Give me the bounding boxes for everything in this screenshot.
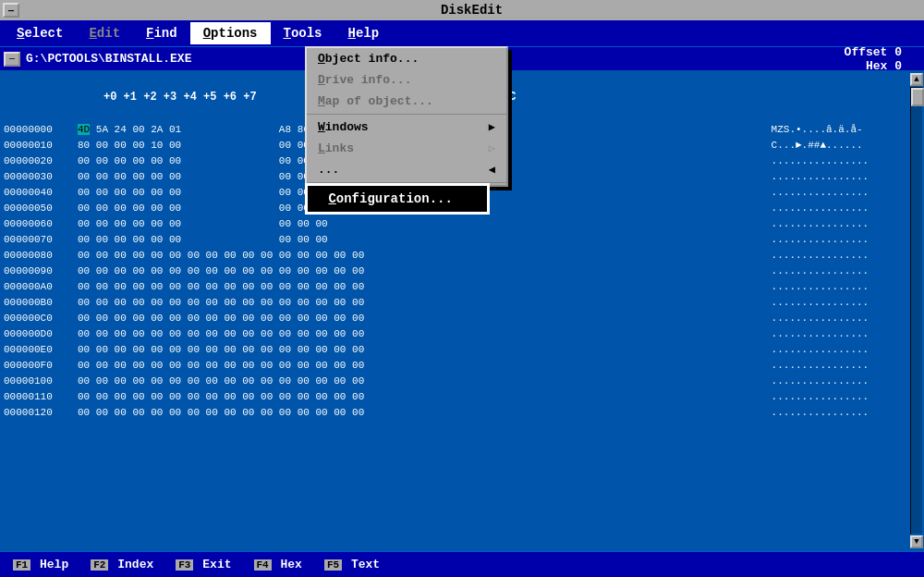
status-index[interactable]: F2 Index: [81, 556, 163, 573]
status-hex[interactable]: F4 Hex: [245, 556, 311, 573]
hex-row: 000000B0 00 00 00 00 00 00 00 00 00 00 0…: [4, 295, 906, 311]
menu-select[interactable]: Select: [4, 22, 76, 44]
hex-row: 00000070 00 00 00 00 00 00 00 00 00 ....…: [4, 232, 906, 248]
system-button[interactable]: —: [3, 3, 19, 18]
scroll-down-arrow[interactable]: ▼: [910, 535, 923, 548]
scrollbar[interactable]: ▲ ▼: [909, 70, 924, 551]
scroll-up-arrow[interactable]: ▲: [910, 73, 923, 86]
app-title: DiskEdit: [19, 3, 924, 18]
status-bar: F1 Help F2 Index F3 Exit F4 Hex F5 Text: [0, 551, 924, 577]
hex-row: 00000080 00 00 00 00 00 00 00 00 00 00 0…: [4, 248, 906, 264]
configuration-submenu[interactable]: Configuration...: [305, 183, 490, 215]
status-index-label: Index: [117, 558, 153, 571]
configuration-item[interactable]: Configuration...: [308, 186, 487, 212]
fkey-f3: F3: [176, 559, 193, 571]
dropdown-links: Links ▷: [307, 138, 506, 159]
hex-row: 000000D0 00 00 00 00 00 00 00 00 00 00 0…: [4, 326, 906, 342]
menu-help[interactable]: Help: [335, 22, 393, 44]
dropdown-drive-info: Drive info...: [307, 69, 506, 91]
status-hex-label: Hex: [281, 558, 302, 571]
file-path: G:\PCTOOLS\BINSTALL.EXE: [26, 52, 191, 66]
menu-tools[interactable]: Tools: [271, 22, 335, 44]
dropdown-object-info[interactable]: Object info...: [307, 48, 506, 69]
address-sys-button[interactable]: —: [4, 52, 20, 67]
fkey-f1: F1: [13, 559, 30, 571]
menu-bar: Select Edit Find Options Tools Help: [0, 20, 924, 46]
status-help[interactable]: F1 Help: [4, 556, 78, 573]
menu-options[interactable]: Options: [190, 22, 271, 44]
hex-row: 000000E0 00 00 00 00 00 00 00 00 00 00 0…: [4, 342, 906, 358]
options-dropdown[interactable]: Object info... Drive info... Map of obje…: [305, 46, 508, 187]
dropdown-divider-1: [307, 114, 506, 115]
fkey-f2: F2: [91, 559, 108, 571]
hex-row: 00000060 00 00 00 00 00 00 00 00 00 ....…: [4, 216, 906, 232]
status-help-label: Help: [40, 558, 68, 571]
hex-row: 000000F0 00 00 00 00 00 00 00 00 00 00 0…: [4, 358, 906, 374]
menu-edit[interactable]: Edit: [76, 22, 133, 44]
fkey-f4: F4: [254, 559, 272, 571]
hex-row: 00000110 00 00 00 00 00 00 00 00 00 00 0…: [4, 389, 906, 405]
hex-row: 00000120 00 00 00 00 00 00 00 00 00 00 0…: [4, 405, 906, 421]
hex-row: 000000C0 00 00 00 00 00 00 00 00 00 00 0…: [4, 311, 906, 326]
hex-row: 00000090 00 00 00 00 00 00 00 00 00 00 0…: [4, 264, 906, 279]
scroll-thumb[interactable]: [911, 88, 924, 106]
title-bar: — DiskEdit: [0, 0, 924, 20]
hex-row: 00000100 00 00 00 00 00 00 00 00 00 00 0…: [4, 374, 906, 389]
dropdown-windows[interactable]: Windows ▶: [307, 117, 506, 138]
dropdown-map-of-object: Map of object...: [307, 91, 506, 112]
status-text[interactable]: F5 Text: [315, 556, 389, 573]
status-exit[interactable]: F3 Exit: [166, 556, 240, 573]
fkey-f5: F5: [324, 559, 342, 571]
offset-info: Offset 0 Hex 0: [845, 45, 920, 73]
offset-label: Offset 0: [845, 45, 902, 59]
menu-find[interactable]: Find: [133, 22, 190, 44]
dropdown-dots[interactable]: ... ◀: [307, 159, 506, 180]
scroll-track[interactable]: [910, 87, 923, 534]
status-text-label: Text: [351, 558, 380, 571]
status-exit-label: Exit: [202, 558, 231, 571]
hex-row: 000000A0 00 00 00 00 00 00 00 00 00 00 0…: [4, 279, 906, 295]
